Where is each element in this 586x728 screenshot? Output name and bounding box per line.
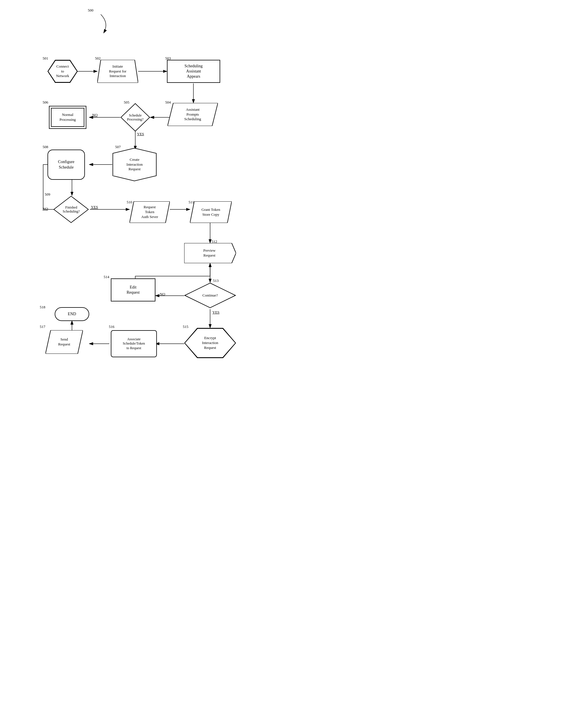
node-512-preview-request: PreviewRequest — [184, 243, 236, 264]
node-508-configure-schedule: ConfigureSchedule — [48, 150, 85, 180]
node-509-finished-scheduling: FinishedScheduling? — [53, 196, 89, 224]
label-508: 508 — [43, 145, 48, 149]
arrow-label-no-513: NO — [160, 292, 165, 296]
node-507-create-interaction-request: CreateInteractionRequest — [112, 148, 157, 183]
node-510-request-token: RequestTokenAuth Sever — [129, 201, 170, 224]
node-506-normal-processing: NormalProcessing — [49, 106, 87, 129]
flowchart-diagram: 500 501 ConnecttoNetwork 502 InitiateReq… — [0, 0, 293, 364]
arrow-label-yes-513: YES — [213, 310, 220, 315]
label-514: 514 — [104, 275, 109, 279]
node-517-send-request: SendRequest — [46, 330, 83, 355]
node-514-edit-request: EditRequest — [111, 279, 155, 302]
label-518: 518 — [40, 305, 46, 310]
node-511-grant-token: Grant TokenStore Copy — [190, 201, 232, 224]
arrow-label-yes-509: YES — [91, 205, 98, 209]
node-508-text: ConfigureSchedule — [58, 159, 75, 170]
label-517: 517 — [40, 324, 46, 329]
node-516-associate-schedule: AssociateSchedule/Tokento Request — [111, 330, 157, 357]
node-513-continue: Continue? — [184, 283, 236, 310]
node-518-text: END — [68, 312, 76, 317]
node-503-scheduling-assistant: SchedulingAssistantAppears — [167, 60, 220, 83]
arrow-label-no-509: NO — [43, 207, 48, 211]
node-505-schedule-processing: ScheduleProcessing? — [120, 103, 150, 133]
node-502-initiate-request: InitiateRequest forInteraction — [97, 60, 138, 84]
node-515-encrypt-interaction: EncryptInteractionRequest — [184, 328, 236, 358]
node-516-text: AssociateSchedule/Tokento Request — [123, 337, 145, 350]
arrow-label-no-505: NO — [92, 113, 98, 118]
arrow-label-yes-505: YES — [137, 132, 144, 136]
node-501-connect-to-network: ConnecttoNetwork — [48, 60, 78, 83]
label-500: 500 — [88, 8, 94, 12]
node-504-assistant-prompts: AssistantPromptsScheduling — [168, 103, 218, 127]
label-506: 506 — [43, 100, 48, 105]
node-514-text: EditRequest — [127, 285, 140, 295]
node-518-end: END — [55, 307, 89, 321]
label-516: 516 — [109, 324, 115, 329]
node-503-text: SchedulingAssistantAppears — [185, 63, 203, 79]
label-509: 509 — [45, 192, 50, 197]
node-501-text: ConnecttoNetwork — [48, 60, 78, 83]
